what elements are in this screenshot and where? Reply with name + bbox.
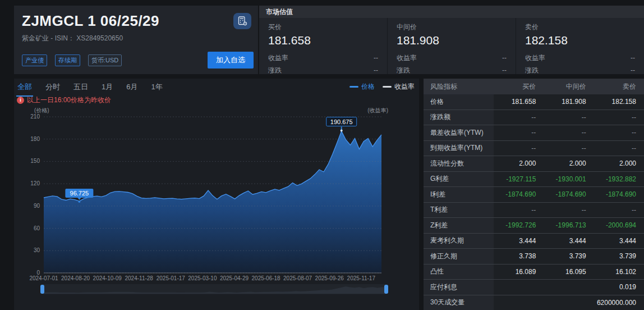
svg-text:2025-06-18: 2025-06-18 [252, 275, 281, 281]
row-value: 3.444 [494, 234, 544, 249]
svg-text:2024-11-28: 2024-11-28 [125, 275, 153, 281]
svg-text:2024-07-01: 2024-07-01 [29, 275, 58, 281]
tag-currency-usd: 货币:USD [88, 54, 122, 66]
svg-text:2025-11-17: 2025-11-17 [347, 275, 376, 281]
change-value: -- [374, 64, 378, 76]
row-label: 凸性 [424, 265, 494, 280]
table-row: 价格181.658181.908182.158 [424, 94, 644, 110]
tag-duration-status: 存续期 [55, 54, 80, 66]
table-row: 凸性16.08916.09516.102 [424, 264, 644, 280]
svg-text:90: 90 [34, 203, 40, 209]
svg-text:2025-03-10: 2025-03-10 [188, 275, 217, 281]
notice-text: 以上一日16:00价格为昨收价 [27, 95, 111, 105]
tab-all[interactable]: 全部 [16, 82, 33, 97]
svg-text:180: 180 [30, 136, 40, 142]
market-valuation-title: 市场估值 [259, 6, 644, 18]
valuation-col-label: 买价 [268, 22, 378, 32]
yield-label: 收益率 [525, 52, 545, 64]
valuation-col-label: 卖价 [525, 22, 635, 32]
tab-5day[interactable]: 五日 [72, 82, 89, 97]
legend-label: 收益率 [394, 82, 415, 92]
tag-industrial-bond: 产业债 [22, 54, 47, 66]
table-row: G利差-1927.115-1930.001-1932.882 [424, 171, 644, 187]
svg-text:2025-01-17: 2025-01-17 [157, 275, 186, 281]
svg-text:2025-04-29: 2025-04-29 [220, 275, 249, 281]
table-row: 涨跌额------ [424, 110, 644, 125]
bond-header-panel: ZJMGCL 1 06/25/29 紫金矿业 - ISIN： XS2849520… [14, 6, 258, 74]
row-value [544, 295, 594, 310]
row-label: 流动性分数 [424, 156, 494, 171]
row-value: -1932.882 [594, 172, 644, 187]
valuation-change-row: 涨跌-- [525, 64, 635, 76]
row-value: -1874.690 [494, 187, 544, 202]
change-label: 涨跌 [525, 64, 539, 76]
risk-col-header: 买价 [494, 82, 544, 92]
valuation-col-mid: 中间价181.908收益率--涨跌-- [387, 18, 516, 74]
price-swatch [349, 86, 358, 88]
legend-label: 价格 [361, 82, 375, 92]
row-value: 16.102 [594, 265, 644, 280]
bond-title: ZJMGCL 1 06/25/29 [22, 12, 250, 30]
svg-text:60: 60 [34, 225, 40, 231]
row-label: I利差 [424, 187, 494, 202]
change-value: -- [502, 64, 507, 76]
row-value: -- [594, 110, 644, 125]
risk-table-title: 风险指标 [424, 82, 494, 92]
row-label: 涨跌额 [424, 110, 494, 125]
valuation-columns: 买价181.658收益率--涨跌--中间价181.908收益率--涨跌--卖价1… [259, 18, 644, 74]
yield-value: -- [631, 52, 635, 64]
svg-text:2025-08-07: 2025-08-07 [283, 275, 312, 281]
range-slider[interactable] [42, 284, 387, 294]
row-value: -- [544, 141, 594, 156]
risk-table-header: 风险指标买价中间价卖价 [424, 79, 644, 94]
table-row: 修正久期3.7383.7393.739 [424, 248, 644, 264]
valuation-change-row: 涨跌-- [397, 64, 507, 76]
tab-1year[interactable]: 1年 [150, 82, 163, 97]
row-value: -- [544, 110, 594, 125]
calculator-button[interactable] [233, 13, 251, 29]
chart-legend: 价格收益率 [349, 82, 415, 92]
row-label: 价格 [424, 94, 494, 110]
chart-toolbar: 全部分时五日1月6月1年 价格收益率 [14, 79, 419, 94]
valuation-col-bid: 买价181.658收益率--涨跌-- [259, 18, 387, 74]
bond-tags: 产业债存续期货币:USD [22, 54, 122, 66]
slider-handle-left[interactable] [40, 285, 44, 294]
valuation-yield-row: 收益率-- [268, 52, 378, 64]
yield-swatch [383, 86, 392, 88]
row-value: -- [594, 203, 644, 218]
row-label: Z利差 [424, 218, 494, 233]
valuation-price: 181.908 [397, 34, 507, 47]
row-value: 2.000 [544, 156, 594, 171]
price-notice: i 以上一日16:00价格为昨收价 [14, 94, 419, 106]
tab-1month[interactable]: 1月 [100, 82, 114, 97]
legend-item-price[interactable]: 价格 [349, 82, 375, 92]
tab-intraday[interactable]: 分时 [44, 82, 61, 97]
bond-subtitle: 紫金矿业 - ISIN： XS2849520650 [22, 34, 250, 43]
row-value [494, 295, 544, 310]
row-value: 16.089 [494, 265, 544, 280]
table-row: 到期收益率(YTM)------ [424, 140, 644, 156]
slider-minimap [42, 284, 387, 294]
row-value: -- [494, 125, 544, 140]
row-value: -1996.713 [544, 218, 594, 233]
row-value: -1927.115 [494, 172, 544, 187]
row-value: -1874.690 [594, 187, 644, 202]
row-value: 2.000 [494, 156, 544, 171]
svg-text:2025-09-26: 2025-09-26 [315, 275, 344, 281]
calculator-settings-icon [238, 16, 247, 26]
tab-6month[interactable]: 6月 [125, 82, 139, 97]
risk-indicators-table: 风险指标买价中间价卖价价格181.658181.908182.158涨跌额---… [424, 79, 644, 310]
table-row: 最差收益率(YTW)------ [424, 125, 644, 140]
row-label: T利差 [424, 203, 494, 218]
price-area-chart[interactable]: 03060901201501802102024-07-012024-08-202… [14, 106, 419, 283]
legend-item-yield[interactable]: 收益率 [383, 82, 415, 92]
yield-label: 收益率 [397, 52, 417, 64]
table-row: 麦考利久期3.4443.4443.444 [424, 233, 644, 249]
row-label: 到期收益率(YTM) [424, 141, 494, 156]
add-watchlist-button[interactable]: 加入自选 [208, 52, 254, 69]
chart-panel: 全部分时五日1月6月1年 价格收益率 i 以上一日16:00价格为昨收价 030… [14, 79, 419, 310]
valuation-yield-row: 收益率-- [397, 52, 507, 64]
row-value [544, 280, 594, 295]
slider-handle-right[interactable] [384, 285, 388, 294]
row-value: -- [544, 203, 594, 218]
